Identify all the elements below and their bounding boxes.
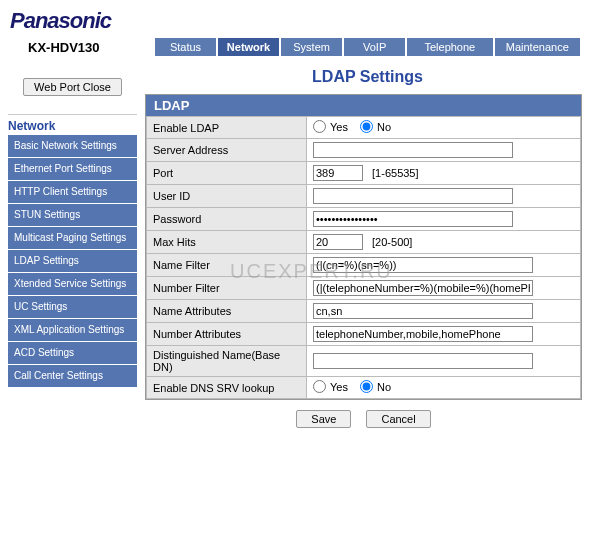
enable-dns-srv-label: Enable DNS SRV lookup: [147, 377, 307, 399]
user-id-input[interactable]: [313, 188, 513, 204]
top-tabs: Status Network System VoIP Telephone Mai…: [155, 38, 580, 56]
port-label: Port: [147, 162, 307, 185]
number-filter-input[interactable]: [313, 280, 533, 296]
page-title: LDAP Settings: [145, 56, 590, 94]
sidemenu-item-multicast-paging[interactable]: Multicast Paging Settings: [8, 227, 137, 250]
number-filter-label: Number Filter: [147, 277, 307, 300]
sidemenu-item-ldap[interactable]: LDAP Settings: [8, 250, 137, 273]
max-hits-hint: [20-500]: [372, 236, 412, 248]
panel-title: LDAP: [146, 95, 581, 116]
enable-dns-yes-radio[interactable]: [313, 380, 326, 393]
sidemenu-item-basic-network[interactable]: Basic Network Settings: [8, 135, 137, 158]
sidemenu-title: Network: [8, 114, 137, 133]
sidemenu-item-http-client[interactable]: HTTP Client Settings: [8, 181, 137, 204]
sidemenu-item-uc[interactable]: UC Settings: [8, 296, 137, 319]
enable-ldap-yes-radio[interactable]: [313, 120, 326, 133]
enable-dns-no-label: No: [377, 381, 391, 393]
sidemenu-item-stun[interactable]: STUN Settings: [8, 204, 137, 227]
cancel-button[interactable]: Cancel: [366, 410, 430, 428]
sidemenu-item-ethernet-port[interactable]: Ethernet Port Settings: [8, 158, 137, 181]
web-port-close-button[interactable]: Web Port Close: [23, 78, 122, 96]
user-id-label: User ID: [147, 185, 307, 208]
number-attributes-input[interactable]: [313, 326, 533, 342]
sidemenu: Basic Network Settings Ethernet Port Set…: [8, 135, 137, 388]
password-input[interactable]: [313, 211, 513, 227]
sidemenu-item-acd[interactable]: ACD Settings: [8, 342, 137, 365]
port-input[interactable]: [313, 165, 363, 181]
save-button[interactable]: Save: [296, 410, 351, 428]
password-label: Password: [147, 208, 307, 231]
distinguished-name-input[interactable]: [313, 353, 533, 369]
enable-ldap-no-label: No: [377, 121, 391, 133]
tab-network[interactable]: Network: [218, 38, 279, 56]
max-hits-input[interactable]: [313, 234, 363, 250]
tab-telephone[interactable]: Telephone: [407, 38, 492, 56]
enable-ldap-no-radio[interactable]: [360, 120, 373, 133]
sidemenu-item-xtended-service[interactable]: Xtended Service Settings: [8, 273, 137, 296]
distinguished-name-label: Distinguished Name(Base DN): [147, 346, 307, 377]
enable-ldap-label: Enable LDAP: [147, 117, 307, 139]
name-attributes-label: Name Attributes: [147, 300, 307, 323]
server-address-label: Server Address: [147, 139, 307, 162]
ldap-panel: LDAP Enable LDAP Yes No: [145, 94, 582, 400]
brand-logo: Panasonic: [10, 8, 580, 34]
tab-status[interactable]: Status: [155, 38, 216, 56]
tab-maintenance[interactable]: Maintenance: [495, 38, 580, 56]
name-attributes-input[interactable]: [313, 303, 533, 319]
sidemenu-item-call-center[interactable]: Call Center Settings: [8, 365, 137, 388]
model-name: KX-HDV130: [10, 40, 155, 55]
enable-dns-no-radio[interactable]: [360, 380, 373, 393]
tab-system[interactable]: System: [281, 38, 342, 56]
port-hint: [1-65535]: [372, 167, 418, 179]
name-filter-input[interactable]: [313, 257, 533, 273]
server-address-input[interactable]: [313, 142, 513, 158]
sidemenu-item-xml-application[interactable]: XML Application Settings: [8, 319, 137, 342]
max-hits-label: Max Hits: [147, 231, 307, 254]
number-attributes-label: Number Attributes: [147, 323, 307, 346]
name-filter-label: Name Filter: [147, 254, 307, 277]
enable-ldap-yes-label: Yes: [330, 121, 348, 133]
tab-voip[interactable]: VoIP: [344, 38, 405, 56]
enable-dns-yes-label: Yes: [330, 381, 348, 393]
